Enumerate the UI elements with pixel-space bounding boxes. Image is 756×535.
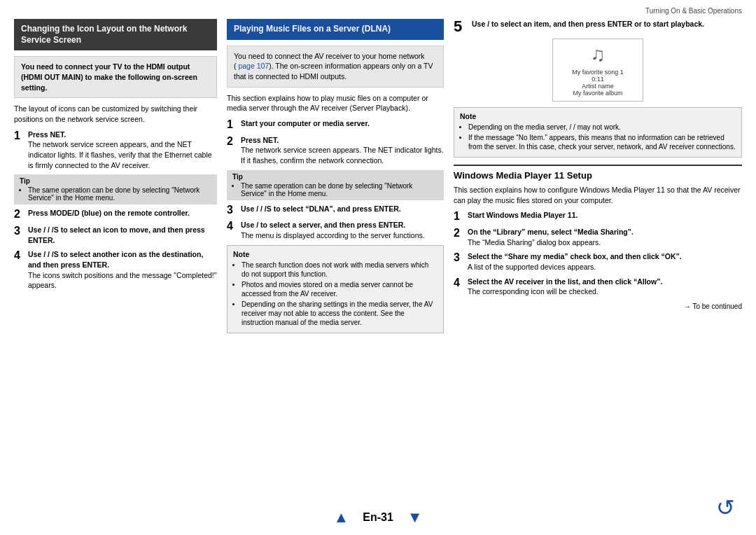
right-step-5-text: Use / to select an item, and then press … <box>472 20 704 28</box>
columns: Changing the Icon Layout on the Network … <box>14 19 742 456</box>
footer-down-arrow[interactable]: ▼ <box>407 508 423 527</box>
right-step-5-content: Use / to select an item, and then press … <box>472 19 742 34</box>
mid-step-2-content: Press NET. The network service screen ap… <box>241 135 444 166</box>
header-text: Turning On & Basic Operations <box>645 7 742 15</box>
left-step-1: 1 Press NET. The network service screen … <box>14 130 217 171</box>
mid-note-item-1: The search function does not work with m… <box>241 260 438 279</box>
mid-tip-item-1: The same operation can be done by select… <box>241 182 438 197</box>
step-4-content: Use / / /S to select another icon as the… <box>28 249 217 291</box>
sub-step-3: 3 Select the “Share my media” check box,… <box>454 251 742 272</box>
footer-up-arrow[interactable]: ▲ <box>333 508 349 527</box>
right-note-item-2: If the message “No Item.” appears, this … <box>468 133 736 151</box>
sub-step-4-detail: The corresponding icon will be checked. <box>468 287 598 296</box>
mid-column: Playing Music Files on a Server (DLNA) Y… <box>227 19 444 456</box>
subsection-intro: This section explains how to configure W… <box>454 185 742 205</box>
step-number-3: 3 <box>14 225 24 245</box>
right-step-number-5: 5 <box>454 19 468 34</box>
subsection-title: Windows Media Player 11 Setup <box>454 170 742 181</box>
left-step-3: 3 Use / / /S to select an icon to move, … <box>14 225 217 245</box>
music-line4: My favorite album <box>573 90 622 97</box>
sub-step-1: 1 Start Windows Media Player 11. <box>454 210 742 223</box>
left-step-2: 2 Press MODE/D (blue) on the remote cont… <box>14 208 217 221</box>
sub-step-number-3: 3 <box>454 251 463 272</box>
step-2-bold: Press MODE/D (blue) on the remote contro… <box>28 209 190 217</box>
mid-step-4-content: Use / to select a server, and then press… <box>241 220 444 240</box>
mid-intro: This section explains how to play music … <box>227 93 444 113</box>
sub-step-2-content: On the “Library” menu, select “Media Sha… <box>468 227 742 247</box>
mid-step-1-bold: Start your computer or media server. <box>241 119 370 127</box>
mid-step-3: 3 Use / / /S to select “DLNA”, and press… <box>227 204 444 216</box>
mid-tip-label: Tip <box>232 173 438 181</box>
sub-step-1-bold: Start Windows Media Player 11. <box>468 211 578 219</box>
mid-warning-link[interactable]: page 107 <box>238 62 269 70</box>
page-header: Turning On & Basic Operations <box>14 7 742 15</box>
left-tip-box: Tip The same operation can be done by se… <box>14 174 217 204</box>
left-warning-box: You need to connect your TV to the HDMI … <box>14 56 217 98</box>
step-2-content: Press MODE/D (blue) on the remote contro… <box>28 208 217 221</box>
sub-step-3-bold: Select the “Share my media” check box, a… <box>468 252 682 260</box>
section-divider <box>454 165 742 166</box>
mid-step-2-detail: The network service screen appears. The … <box>241 146 444 165</box>
back-icon[interactable]: ↺ <box>716 495 735 520</box>
mid-step-4-bold: Use / to select a server, and then press… <box>241 221 405 229</box>
mid-step-number-3: 3 <box>227 204 237 216</box>
step-1-detail: The network service screen appears, and … <box>28 140 212 169</box>
sub-step-2: 2 On the “Library” menu, select “Media S… <box>454 227 742 247</box>
step-1-content: Press NET. The network service screen ap… <box>28 130 217 171</box>
step-number-2: 2 <box>14 208 24 221</box>
mid-step-2-bold: Press NET. <box>241 136 279 144</box>
left-section-title: Changing the Icon Layout on the Network … <box>14 19 217 50</box>
right-column: 5 Use / to select an item, and then pres… <box>454 19 742 456</box>
mid-step-1: 1 Start your computer or media server. <box>227 118 444 131</box>
left-intro: The layout of icons can be customized by… <box>14 104 217 124</box>
sub-step-number-1: 1 <box>454 210 463 223</box>
step-number-4: 4 <box>14 249 24 291</box>
mid-note-item-2: Photos and movies stored on a media serv… <box>241 280 438 298</box>
right-note-box: Note Depending on the media server, / / … <box>454 107 742 158</box>
mid-step-3-bold: Use / / /S to select “DLNA”, and press E… <box>241 204 401 213</box>
step-3-content: Use / / /S to select an icon to move, an… <box>28 225 217 245</box>
sub-step-3-detail: A list of the supported devices appears. <box>468 263 596 271</box>
footer: ▲ En-31 ▼ ↺ <box>0 508 756 527</box>
footer-nav: ▲ En-31 ▼ <box>333 508 422 527</box>
right-step-5: 5 Use / to select an item, and then pres… <box>454 19 742 34</box>
mid-step-3-content: Use / / /S to select “DLNA”, and press E… <box>241 204 444 216</box>
tip-label: Tip <box>20 177 211 185</box>
mid-step-4: 4 Use / to select a server, and then pre… <box>227 220 444 240</box>
mid-step-2: 2 Press NET. The network service screen … <box>227 135 444 166</box>
mid-note-label: Note <box>233 250 438 258</box>
mid-note-list: The search function does not work with m… <box>233 260 438 327</box>
step-3-bold: Use / / /S to select an icon to move, an… <box>28 225 205 244</box>
mid-step-1-content: Start your computer or media server. <box>241 118 444 131</box>
sub-step-number-4: 4 <box>454 277 463 297</box>
mid-step-number-1: 1 <box>227 118 237 131</box>
music-line2: 0:11 <box>592 76 604 83</box>
right-note-label: Note <box>460 112 736 120</box>
sub-step-3-content: Select the “Share my media” check box, a… <box>468 251 742 272</box>
footer-back[interactable]: ↺ <box>716 494 735 521</box>
mid-tip-box: Tip The same operation can be done by se… <box>227 170 444 200</box>
sub-step-1-content: Start Windows Media Player 11. <box>468 210 742 223</box>
tip-item-1: The same operation can be done by select… <box>28 186 211 202</box>
left-step-4: 4 Use / / /S to select another icon as t… <box>14 249 217 291</box>
sub-step-4-content: Select the AV receiver in the list, and … <box>468 277 742 297</box>
music-line1: My favorite song 1 <box>572 69 624 76</box>
step-1-bold: Press NET. <box>28 130 66 139</box>
sub-step-4-bold: Select the AV receiver in the list, and … <box>468 277 662 286</box>
to-be-continued: → To be continued <box>454 303 742 310</box>
left-column: Changing the Icon Layout on the Network … <box>14 19 217 456</box>
sub-step-4: 4 Select the AV receiver in the list, an… <box>454 277 742 297</box>
mid-note-item-3: Depending on the sharing settings in the… <box>241 300 438 327</box>
mid-step-number-2: 2 <box>227 135 237 166</box>
mid-step-number-4: 4 <box>227 220 237 240</box>
right-note-item-1: Depending on the media server, / / may n… <box>468 123 736 132</box>
music-display: ♫ My favorite song 1 0:11 Artist name My… <box>552 39 643 102</box>
mid-section-title: Playing Music Files on a Server (DLNA) <box>227 19 444 40</box>
page: Turning On & Basic Operations Changing t… <box>0 0 756 535</box>
mid-step-4-detail: The menu is displayed according to the s… <box>241 231 425 239</box>
sub-step-2-bold: On the “Library” menu, select “Media Sha… <box>468 228 634 236</box>
step-4-detail: The icons switch positions and the messa… <box>28 271 217 290</box>
music-icon: ♫ <box>591 43 606 66</box>
footer-page-label: En-31 <box>363 511 393 524</box>
left-warning-text: You need to connect your TV to the HDMI … <box>21 62 197 91</box>
